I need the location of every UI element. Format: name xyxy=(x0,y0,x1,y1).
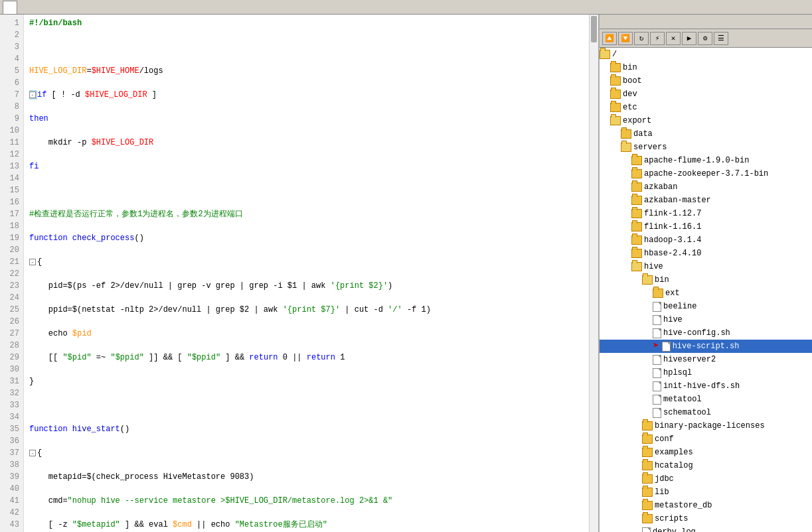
code-line-17 xyxy=(29,399,584,411)
toolbar-menu-btn[interactable]: ☰ xyxy=(714,32,728,45)
line-number: 1 xyxy=(4,17,19,29)
line-number: 29 xyxy=(4,352,19,364)
tree-item-label: apache-flume-1.9.0-bin xyxy=(644,155,749,166)
tree-item-label: jdbc xyxy=(655,473,674,485)
tree-item-data[interactable]: data xyxy=(600,127,812,141)
tree-item-flink-1.12.7[interactable]: flink-1.12.7 xyxy=(600,207,812,220)
folder-icon xyxy=(631,209,642,218)
tree-item-apache-zookeeper[interactable]: apache-zookeeper-3.7.1-bin xyxy=(600,167,812,180)
main-layout: 1234567891011121314151617181920212223242… xyxy=(0,15,812,532)
tree-item-label: bin xyxy=(623,62,637,74)
tree-item-jdbc[interactable]: jdbc xyxy=(600,472,812,486)
scrollbar-thumb[interactable] xyxy=(591,16,597,42)
tree-item-label: boot xyxy=(623,75,642,87)
tree-item-metastore_db[interactable]: metastore_db xyxy=(600,499,812,512)
tree-item-schematool[interactable]: schematool xyxy=(600,406,812,419)
tree-item-boot[interactable]: boot xyxy=(600,74,812,88)
editor-tab[interactable] xyxy=(3,1,17,14)
folder-icon xyxy=(642,514,653,523)
tree-item-root[interactable]: / xyxy=(600,48,812,61)
toolbar-up-btn[interactable]: 🔼 xyxy=(602,32,617,45)
line-number: 37 xyxy=(4,447,19,459)
tree-item-label: data xyxy=(633,128,653,140)
line-number: 31 xyxy=(4,375,19,387)
tree-item-hive-config.sh[interactable]: hive-config.sh xyxy=(600,326,812,340)
tree-item-dev[interactable]: dev xyxy=(600,88,812,101)
tree-item-label: beeline xyxy=(663,300,696,312)
tree-item-scripts[interactable]: scripts xyxy=(600,512,812,525)
tree-item-binary-package-licenses[interactable]: binary-package-licenses xyxy=(600,419,812,432)
tree-item-lib[interactable]: lib xyxy=(600,486,812,499)
tree-item-azkaban-master[interactable]: azkaban-master xyxy=(600,194,812,207)
tree-item-flink-1.16.1[interactable]: flink-1.16.1 xyxy=(600,220,812,233)
folder-icon xyxy=(610,90,621,99)
code-line-22: [ -z "$metapid" ] && eval $cmd || echo "… xyxy=(29,519,584,531)
tree-item-init-hive-dfs.sh[interactable]: init-hive-dfs.sh xyxy=(600,379,812,393)
file-icon xyxy=(653,355,661,365)
tree-item-ext[interactable]: ext xyxy=(600,287,812,300)
tree-item-hcatalog[interactable]: hcatalog xyxy=(600,459,812,472)
tree-item-derby.log[interactable]: derby.log xyxy=(600,525,812,532)
tree-item-label: flink-1.16.1 xyxy=(644,221,701,233)
tree-item-label: dev xyxy=(623,88,637,100)
tree-item-label: hive-config.sh xyxy=(663,327,730,339)
line-number: 25 xyxy=(4,304,19,316)
tree-item-label: init-hive-dfs.sh xyxy=(663,380,740,392)
tree-item-label: conf xyxy=(655,433,674,445)
tree-item-label: apache-zookeeper-3.7.1-bin xyxy=(644,168,768,180)
code-line-1: #!/bin/bash xyxy=(29,17,584,29)
tree-item-hplsql[interactable]: hplsql xyxy=(600,366,812,379)
vertical-scrollbar[interactable] xyxy=(589,15,598,532)
tree-item-hive[interactable]: hive xyxy=(600,260,812,273)
tree-item-beeline[interactable]: beeline xyxy=(600,300,812,313)
tree-item-bin[interactable]: bin xyxy=(600,61,812,74)
line-number: 35 xyxy=(4,423,19,435)
tree-item-label: flink-1.12.7 xyxy=(644,208,701,220)
line-number: 34 xyxy=(4,411,19,423)
toolbar-run-btn[interactable]: ▶ xyxy=(682,32,696,45)
code-area[interactable]: #!/bin/bash HIVE_LOG_DIR=$HIVE_HOME/logs… xyxy=(24,15,589,532)
line-number: 24 xyxy=(4,292,19,304)
tree-item-hiveserver2[interactable]: hiveserver2 xyxy=(600,353,812,366)
tree-item-label: examples xyxy=(655,446,693,458)
tree-item-hive-bin[interactable]: bin xyxy=(600,273,812,287)
folder-icon xyxy=(610,63,621,72)
line-number: 18 xyxy=(4,220,19,232)
line-number: 15 xyxy=(4,184,19,196)
tree-item-etc[interactable]: etc xyxy=(600,101,812,114)
toolbar-connect-btn[interactable]: ⚡ xyxy=(650,32,665,45)
tree-item-label: binary-package-licenses xyxy=(655,420,765,432)
line-number: 41 xyxy=(4,495,19,507)
tree-item-label: metastore_db xyxy=(655,499,712,511)
tree-item-conf[interactable]: conf xyxy=(600,432,812,446)
line-number: 17 xyxy=(4,208,19,220)
file-icon xyxy=(642,527,651,533)
line-number: 14 xyxy=(4,172,19,184)
tree-item-servers[interactable]: servers xyxy=(600,141,812,154)
line-number: 26 xyxy=(4,316,19,328)
toolbar-down-btn[interactable]: 🔽 xyxy=(618,32,633,45)
toolbar-disconnect-btn[interactable]: ✕ xyxy=(666,32,681,45)
tree-item-hive-file[interactable]: hive xyxy=(600,313,812,326)
tree-item-label: bin xyxy=(655,274,669,286)
code-line-12: pid=$(ps -ef 2>/dev/null | grep -v grep … xyxy=(29,280,584,292)
tree-item-hadoop-3.1.4[interactable]: hadoop-3.1.4 xyxy=(600,233,812,247)
tree-item-metatool[interactable]: metatool xyxy=(600,393,812,406)
code-line-20: metapid=$(check_process HiveMetastore 90… xyxy=(29,471,584,483)
tree-item-hive-script.sh[interactable]: ➤hive-script.sh xyxy=(600,340,812,353)
folder-icon xyxy=(642,474,653,484)
file-tree[interactable]: / bin boot dev etc export data servers a… xyxy=(600,48,812,532)
tree-item-examples[interactable]: examples xyxy=(600,446,812,459)
line-number: 8 xyxy=(4,101,19,113)
code-line-2 xyxy=(29,41,584,53)
toolbar-refresh-btn[interactable]: ↻ xyxy=(634,32,649,45)
top-bar xyxy=(0,0,812,15)
toolbar-settings-btn[interactable]: ⚙ xyxy=(698,32,712,45)
line-number: 30 xyxy=(4,364,19,375)
tree-item-export[interactable]: export xyxy=(600,114,812,127)
folder-icon xyxy=(631,196,642,205)
tree-item-hbase-2.4.10[interactable]: hbase-2.4.10 xyxy=(600,247,812,260)
folder-icon xyxy=(631,169,642,178)
tree-item-apache-flume[interactable]: apache-flume-1.9.0-bin xyxy=(600,154,812,167)
tree-item-azkaban[interactable]: azkaban xyxy=(600,180,812,194)
